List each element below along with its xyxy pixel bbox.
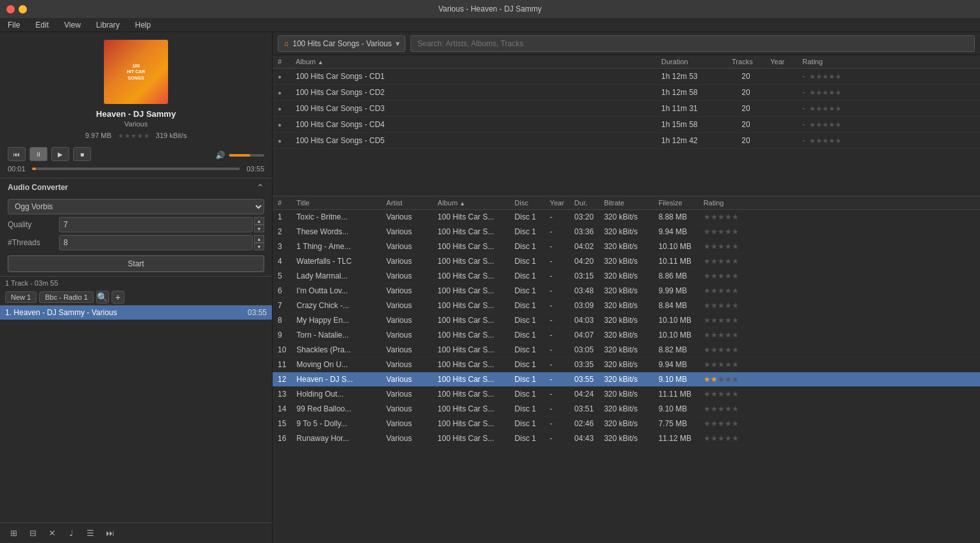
track-year: - <box>545 417 569 431</box>
format-select[interactable]: Ogg Vorbis MP3 FLAC <box>8 199 264 214</box>
track-row[interactable]: 8 My Happy En... Various 100 Hits Car S.… <box>273 313 980 328</box>
track-dur: 03:36 <box>570 225 599 239</box>
col-header-track-album[interactable]: Album ▲ <box>432 196 509 210</box>
track-disc: Disc 1 <box>509 225 545 239</box>
threads-down[interactable]: ▼ <box>254 243 264 250</box>
track-row[interactable]: 6 I'm Outta Lov... Various 100 Hits Car … <box>273 284 980 298</box>
tracks-section: # Title Artist Album ▲ Disc Year Dur. Bi… <box>273 196 980 543</box>
search-icon-small[interactable]: 🔍 <box>96 291 109 304</box>
track-row[interactable]: 1 Toxic - Britne... Various 100 Hits Car… <box>273 210 980 225</box>
track-artist-cell: Various <box>381 313 432 328</box>
menu-file[interactable]: File <box>5 19 22 31</box>
playlist-tab-new1[interactable]: New 1 <box>5 291 37 303</box>
track-filesize: 10.10 MB <box>654 239 698 254</box>
tool-grid-button[interactable]: ⊞ <box>5 526 22 541</box>
track-title-cell: Moving On U... <box>291 358 381 372</box>
tool-minus-button[interactable]: ⊟ <box>24 526 41 541</box>
track-rating: ★★★★★ <box>698 343 980 358</box>
playlist-tabs: New 1 Bbc - Radio 1 🔍 + <box>0 289 272 306</box>
track-album-cell: 100 Hits Car S... <box>432 239 509 254</box>
converter-toggle[interactable]: ⌃ <box>257 182 264 193</box>
threads-label: #Threads <box>8 238 59 247</box>
menu-library[interactable]: Library <box>94 19 122 31</box>
search-input[interactable] <box>410 35 975 52</box>
file-size: 9.97 MB <box>85 132 112 139</box>
start-button[interactable]: Start <box>8 255 264 272</box>
progress-bar[interactable] <box>32 168 240 170</box>
track-year: - <box>545 269 569 284</box>
album-name: 100 Hits Car Songs - CD2 <box>291 85 656 101</box>
album-row[interactable]: ● 100 Hits Car Songs - CD1 1h 12m 53 20 … <box>273 69 980 85</box>
track-num: 2 <box>273 225 291 239</box>
track-dur: 03:20 <box>570 210 599 225</box>
track-title-cell: 9 To 5 - Dolly... <box>291 417 381 431</box>
track-row[interactable]: 12 Heaven - DJ S... Various 100 Hits Car… <box>273 372 980 387</box>
track-row[interactable]: 10 Shackles (Pra... Various 100 Hits Car… <box>273 343 980 358</box>
track-year: - <box>545 313 569 328</box>
tool-list-button[interactable]: ☰ <box>82 526 99 541</box>
playlist-item[interactable]: 1. Heaven - DJ Sammy - Various 03:55 <box>0 306 272 320</box>
quality-label: Quality <box>8 220 59 229</box>
album-row[interactable]: ● 100 Hits Car Songs - CD4 1h 15m 58 20 … <box>273 117 980 133</box>
album-rating: - ★★★★★ <box>797 133 980 149</box>
pause-button[interactable]: ⏸ <box>30 147 47 161</box>
track-title-cell: Waterfalls - TLC <box>291 254 381 269</box>
album-selector-label: 100 Hits Car Songs - Various <box>292 39 392 48</box>
album-row[interactable]: ● 100 Hits Car Songs - CD5 1h 12m 42 20 … <box>273 133 980 149</box>
menu-view[interactable]: View <box>62 19 83 31</box>
minimize-button[interactable] <box>19 5 27 13</box>
traffic-lights[interactable] <box>6 5 27 13</box>
track-rating: ★★★★★ <box>698 387 980 402</box>
volume-slider[interactable] <box>229 154 264 157</box>
album-year <box>765 69 797 85</box>
menu-edit[interactable]: Edit <box>33 19 51 31</box>
track-artist-cell: Various <box>381 210 432 225</box>
quality-row: Quality ▲ ▼ <box>8 217 264 232</box>
menu-help[interactable]: Help <box>133 19 154 31</box>
track-row[interactable]: 9 Torn - Natalie... Various 100 Hits Car… <box>273 328 980 343</box>
album-row[interactable]: ● 100 Hits Car Songs - CD3 1h 11m 31 20 … <box>273 101 980 117</box>
album-name: 100 Hits Car Songs - CD4 <box>291 117 656 133</box>
playlist-tab-radio[interactable]: Bbc - Radio 1 <box>39 291 94 303</box>
track-bitrate: 320 kBit/s <box>599 313 654 328</box>
left-panel: 100HIT CARSONGS Heaven - DJ Sammy Variou… <box>0 32 273 543</box>
track-row[interactable]: 4 Waterfalls - TLC Various 100 Hits Car … <box>273 254 980 269</box>
album-row[interactable]: ● 100 Hits Car Songs - CD2 1h 12m 58 20 … <box>273 85 980 101</box>
tool-note-button[interactable]: ♩ <box>63 526 80 541</box>
track-row[interactable]: 5 Lady Marmal... Various 100 Hits Car S.… <box>273 269 980 284</box>
tool-x-button[interactable]: ✕ <box>44 526 60 541</box>
close-button[interactable] <box>6 5 15 13</box>
album-selector[interactable]: ♫ 100 Hits Car Songs - Various ▾ <box>278 35 405 52</box>
threads-input[interactable] <box>59 235 253 250</box>
track-artist-cell: Various <box>381 328 432 343</box>
quality-up[interactable]: ▲ <box>254 217 264 225</box>
add-playlist-button[interactable]: + <box>112 291 124 304</box>
stop-button[interactable]: ■ <box>73 147 91 161</box>
quality-input[interactable] <box>59 217 253 232</box>
track-row[interactable]: 2 These Words... Various 100 Hits Car S.… <box>273 225 980 239</box>
converter-header[interactable]: Audio Converter ⌃ <box>0 178 272 196</box>
track-row[interactable]: 3 1 Thing - Ame... Various 100 Hits Car … <box>273 239 980 254</box>
track-title-cell: Lady Marmal... <box>291 269 381 284</box>
track-album-cell: 100 Hits Car S... <box>432 284 509 298</box>
track-num: 11 <box>273 358 291 372</box>
threads-up[interactable]: ▲ <box>254 235 264 243</box>
prev-button[interactable]: ⏮ <box>8 147 26 161</box>
track-dur: 04:20 <box>570 254 599 269</box>
track-row[interactable]: 13 Holding Out... Various 100 Hits Car S… <box>273 387 980 402</box>
track-filesize: 9.99 MB <box>654 284 698 298</box>
track-row[interactable]: 7 Crazy Chick -... Various 100 Hits Car … <box>273 298 980 313</box>
threads-spinner[interactable]: ▲ ▼ <box>254 235 264 250</box>
track-row[interactable]: 11 Moving On U... Various 100 Hits Car S… <box>273 358 980 372</box>
col-header-album[interactable]: Album ▲ <box>291 55 656 69</box>
quality-down[interactable]: ▼ <box>254 225 264 232</box>
album-art: 100HIT CARSONGS <box>104 40 168 104</box>
album-num: ● <box>273 133 291 149</box>
track-row[interactable]: 16 Runaway Hor... Various 100 Hits Car S… <box>273 431 980 446</box>
track-row[interactable]: 15 9 To 5 - Dolly... Various 100 Hits Ca… <box>273 417 980 431</box>
tool-skip-button[interactable]: ⏭ <box>101 526 118 541</box>
track-year: - <box>545 358 569 372</box>
play-button[interactable]: ▶ <box>51 147 69 161</box>
track-row[interactable]: 14 99 Red Balloo... Various 100 Hits Car… <box>273 402 980 417</box>
quality-spinner[interactable]: ▲ ▼ <box>254 217 264 232</box>
